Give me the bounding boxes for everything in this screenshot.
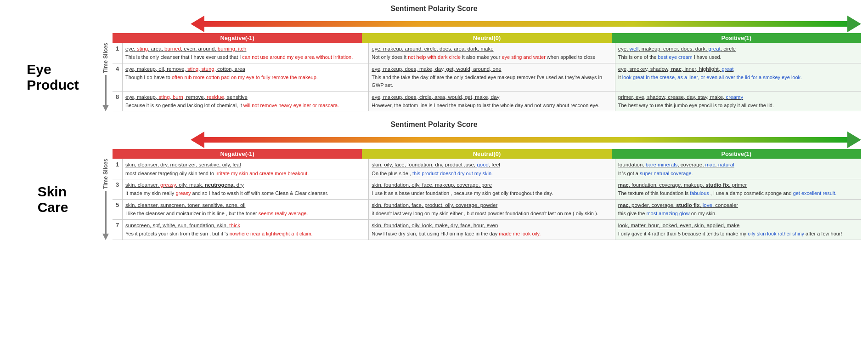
neg-cell-s1: skin, cleanser, dry, moisturizer, sensit…	[123, 159, 369, 179]
pos-cell-s5: mac, powder, coverage, studio fix, love,…	[615, 200, 861, 219]
slice-num-s3: 3	[113, 179, 123, 199]
neg-review-s3: It made my skin really greasy and so I h…	[125, 190, 328, 196]
table-row: 8 eye, makeup, sting, burn, remove, resi…	[113, 92, 861, 112]
pos-keywords-8: primer, eye, shadow, crease, day, stay, …	[618, 93, 858, 101]
neu-review-s7: Now I have dry skin, but using HIJ on my…	[372, 231, 541, 236]
time-slices-label-skin: Time Slices	[102, 159, 109, 189]
positive-arrow-right	[847, 16, 861, 32]
negative-arrow-left-skin	[191, 132, 204, 148]
neu-header-skin: Neutral(0)	[362, 149, 611, 159]
skin-content-area: SkinCare Time Slices 1 skin, cleanser, d…	[7, 159, 861, 240]
pos-keywords-s5: mac, powder, coverage, studio fix, love,…	[618, 201, 858, 209]
neg-keywords-s3: skin, cleanser, greasy, oily, mask, neut…	[125, 181, 366, 189]
neg-review-s7: Yes it protects your skin from the sun ,…	[125, 231, 313, 236]
slice-num-s1: 1	[113, 159, 123, 179]
table-row: 3 skin, cleanser, greasy, oily, mask, ne…	[113, 179, 861, 200]
neu-cell-s3: skin, foundation, oily, face, makeup, co…	[369, 179, 615, 199]
slice-num-8: 8	[113, 92, 123, 111]
neg-keywords-8: eye, makeup, sting, burn, remove, residu…	[125, 93, 366, 101]
neg-cell-4: eye, makeup, oil, remove, sting, stung, …	[123, 63, 369, 91]
neu-review-4: This and the take the day off are the on…	[372, 74, 602, 88]
pos-keywords-s7: look, matter, hour, looked, even, skin, …	[618, 222, 858, 229]
neu-cell-8: eye, makeup, does, circle, area, would, …	[369, 92, 615, 111]
slice-num-s7: 7	[113, 220, 123, 240]
table-row: 1 skin, cleanser, dry, moisturizer, sens…	[113, 159, 861, 179]
pos-review-8: The best way to use this jumbo eye penci…	[618, 103, 774, 108]
skin-care-title: Sentiment Polarity Score	[7, 120, 861, 129]
pos-cell-s7: look, matter, hour, looked, even, skin, …	[615, 220, 861, 240]
slice-num-4: 4	[113, 63, 123, 91]
neg-cell-s5: skin, cleanser, sunscreen, toner, sensit…	[123, 200, 369, 219]
pos-header-skin: Positive(1)	[612, 149, 861, 159]
neg-header-skin: Negative(-1)	[113, 149, 362, 159]
main-container: Sentiment Polarity Score Negative(-1) Ne…	[0, 0, 868, 254]
neu-header: Neutral(0)	[362, 33, 611, 43]
sentiment-arrow-bar-skin	[204, 137, 847, 143]
neu-cell-s1: skin, oily, face, foundation, dry, produ…	[369, 159, 615, 179]
pos-cell-4: eye, smokey, shadow, mac, inner, highlig…	[615, 63, 861, 91]
skin-column-headers: Negative(-1) Neutral(0) Positive(1)	[113, 149, 861, 159]
neg-header: Negative(-1)	[113, 33, 362, 43]
neg-review-s5: I like the cleanser and moisturizer in t…	[125, 211, 308, 216]
neu-cell-1: eye, makeup, around, circle, does, area,…	[369, 43, 615, 63]
pos-review-4: It look great in the crease, as a liner,…	[618, 74, 802, 80]
neg-cell-s3: skin, cleanser, greasy, oily, mask, neut…	[123, 179, 369, 199]
table-row: 1 eye, sting, area, burned, even, around…	[113, 43, 861, 63]
sentiment-arrow-bar	[204, 21, 847, 27]
time-slices-label-eye: Time Slices	[102, 43, 109, 73]
neg-cell-s7: sunscreen, spf, white, sun, foundation, …	[123, 220, 369, 240]
eye-product-title: Sentiment Polarity Score	[7, 5, 861, 13]
neg-review-s1: most cleanser targeting oily skin tend t…	[125, 171, 309, 176]
neu-keywords-s1: skin, oily, face, foundation, dry, produ…	[372, 161, 612, 168]
negative-arrow-left	[191, 16, 204, 32]
pos-keywords-1: eye, well, makeup, corner, does, dark, g…	[618, 45, 858, 52]
neg-cell-8: eye, makeup, sting, burn, remove, residu…	[123, 92, 369, 111]
pos-review-s3: The texture of this foundation is fabulo…	[618, 190, 837, 196]
eye-product-label: EyeProduct	[7, 43, 99, 111]
neu-keywords-4: eye, makeup, does, make, day, get, would…	[372, 65, 612, 73]
neg-review-4: Though I do have to often rub more cotto…	[125, 74, 318, 80]
pos-cell-1: eye, well, makeup, corner, does, dark, g…	[615, 43, 861, 63]
neg-keywords-s7: sunscreen, spf, white, sun, foundation, …	[125, 222, 366, 229]
neu-keywords-8: eye, makeup, does, circle, area, would, …	[372, 93, 612, 101]
neg-keywords-s1: skin, cleanser, dry, moisturizer, sensit…	[125, 161, 366, 168]
neu-keywords-1: eye, makeup, around, circle, does, area,…	[372, 45, 612, 52]
neu-cell-s5: skin, foundation, face, product, oily, c…	[369, 200, 615, 219]
neg-keywords-s5: skin, cleanser, sunscreen, toner, sensit…	[125, 201, 366, 209]
neg-cell-1: eye, sting, area, burned, even, around, …	[123, 43, 369, 63]
neu-keywords-s5: skin, foundation, face, product, oily, c…	[372, 201, 612, 209]
neu-review-s1: On the plus side , this product doesn't …	[372, 171, 493, 176]
pos-review-s5: this give the most amazing glow on my sk…	[618, 211, 717, 216]
pos-review-s7: I only gave it 4 rather than 5 because i…	[618, 231, 842, 236]
neu-review-s5: it doesn't last very long on my skin eit…	[372, 211, 598, 216]
neu-cell-s7: skin, foundation, oily, look, make, dry,…	[369, 220, 615, 240]
skin-rows: 1 skin, cleanser, dry, moisturizer, sens…	[113, 159, 861, 240]
table-row: 4 eye, makeup, oil, remove, sting, stung…	[113, 63, 861, 92]
table-row: 5 skin, cleanser, sunscreen, toner, sens…	[113, 200, 861, 220]
pos-cell-8: primer, eye, shadow, crease, day, stay, …	[615, 92, 861, 111]
neu-keywords-s3: skin, foundation, oily, face, makeup, co…	[372, 181, 612, 189]
neu-review-8: However, the bottom line is I need the m…	[372, 103, 599, 108]
neg-keywords-4: eye, makeup, oil, remove, sting, stung, …	[125, 65, 366, 73]
pos-cell-s1: foundation, bare minerals, coverage, mac…	[615, 159, 861, 179]
neu-review-1: Not only does it not help with dark circ…	[372, 54, 595, 60]
pos-keywords-s3: mac, foundation, coverage, makeup, studi…	[618, 181, 858, 189]
pos-review-s1: It 's got a super natural coverage.	[618, 171, 693, 176]
pos-keywords-4: eye, smokey, shadow, mac, inner, highlig…	[618, 65, 858, 73]
pos-review-1: This is one of the best eye cream I have…	[618, 54, 721, 60]
eye-column-headers: Negative(-1) Neutral(0) Positive(1)	[113, 33, 861, 43]
neu-cell-4: eye, makeup, does, make, day, get, would…	[369, 63, 615, 91]
pos-cell-s3: mac, foundation, coverage, makeup, studi…	[615, 179, 861, 199]
pos-header: Positive(1)	[612, 33, 861, 43]
neg-review-8: Because it is so gentle and lacking lot …	[125, 103, 339, 108]
eye-rows: 1 eye, sting, area, burned, even, around…	[113, 43, 861, 111]
skin-care-section: Sentiment Polarity Score Negative(-1) Ne…	[7, 120, 861, 240]
positive-arrow-right-skin	[847, 132, 861, 148]
pos-keywords-s1: foundation, bare minerals, coverage, mac…	[618, 161, 858, 168]
table-row: 7 sunscreen, spf, white, sun, foundation…	[113, 220, 861, 240]
eye-product-section: Sentiment Polarity Score Negative(-1) Ne…	[7, 5, 861, 111]
neu-keywords-s7: skin, foundation, oily, look, make, dry,…	[372, 222, 612, 229]
slice-num-1: 1	[113, 43, 123, 63]
neu-review-s3: I use it as a base under foundation , be…	[372, 190, 553, 196]
neg-review-1: This is the only cleanser that I have ev…	[125, 54, 353, 60]
